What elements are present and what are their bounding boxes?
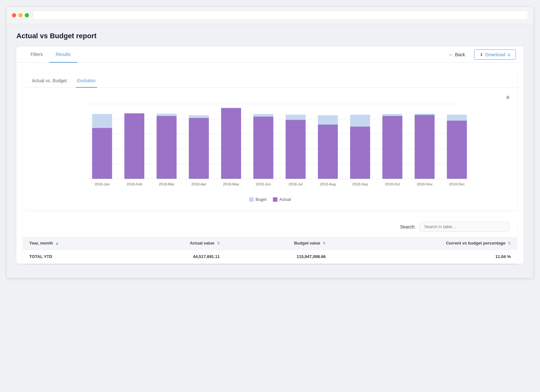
back-button[interactable]: ← Back [444,50,470,59]
svg-text:2018-Jul: 2018-Jul [289,182,303,186]
svg-text:2018-Nov: 2018-Nov [417,182,433,186]
sort-neutral-icon-budget[interactable]: ⇅ [323,241,326,245]
svg-text:2018-Jun: 2018-Jun [256,182,271,186]
sort-asc-icon[interactable]: ▲ [55,241,59,245]
svg-text:2018-Apr: 2018-Apr [191,182,206,186]
bar-jan-actual [92,128,112,179]
close-button[interactable] [12,13,16,17]
svg-text:2018-May: 2018-May [223,182,239,186]
sort-neutral-icon-pct[interactable]: ⇅ [508,241,511,245]
legend-budget-label: Buget [256,197,266,202]
tab-actual-vs-budget[interactable]: Actual vs. Budget [31,74,68,88]
col-actual-value: Actual value ⇅ [124,237,226,250]
table-search-row: Search: [23,217,517,237]
cell-percentage: 11.04 % [332,250,517,264]
col-budget-value: Budget value ⇅ [226,237,332,250]
legend-budget: Buget [249,197,266,202]
chart-legend: Buget Actual [29,194,511,207]
back-arrow-icon: ← [449,52,453,57]
table-card: Search: Year, month ▲ Actual value ⇅ [23,217,517,264]
legend-actual-label: Actual [279,197,291,202]
download-button[interactable]: ⬇ Download ∨ [474,49,516,60]
table-header-row: Year, month ▲ Actual value ⇅ Budget valu… [23,237,517,250]
chart-card: Actual vs. Budget Evolution ≡ [23,69,517,210]
legend-budget-color [249,197,254,202]
main-card: Filters Results ← Back ⬇ Download ∨ [16,47,524,264]
bar-aug-actual [318,125,338,179]
svg-text:2018-Oct: 2018-Oct [385,182,400,186]
svg-text:2018-Aug: 2018-Aug [320,182,336,186]
chart-tabs: Actual vs. Budget Evolution [23,74,517,88]
tabs-actions: ← Back ⬇ Download ∨ [444,49,516,60]
bar-apr-actual [189,118,209,179]
bar-dec-actual [447,120,467,179]
tab-evolution[interactable]: Evolution [76,74,97,88]
tab-filters[interactable]: Filters [24,47,49,63]
minimize-button[interactable] [18,13,22,17]
chart-svg: 2018-Jan 2018-Feb 2018-Mar [29,97,511,194]
download-icon: ⬇ [480,52,483,57]
bar-nov-actual [415,115,435,179]
tab-results[interactable]: Results [49,47,77,63]
bar-jul-actual [286,120,306,179]
data-table: Year, month ▲ Actual value ⇅ Budget valu… [23,237,517,264]
bar-sep-actual [350,127,370,179]
search-label: Search: [400,224,416,229]
browser-titlebar [7,7,533,24]
address-bar[interactable] [33,11,528,20]
traffic-lights [12,13,29,17]
table-row: TOTAL YTD 44,517,691.11 115,947,098.66 1… [23,250,517,264]
svg-text:2018-Mar: 2018-Mar [159,182,175,186]
chevron-down-icon: ∨ [507,52,510,57]
legend-actual-color [273,197,277,202]
col-percentage: Current vs budget percentage ⇅ [332,237,517,250]
chart-container: ≡ [23,88,517,210]
search-input[interactable] [419,222,509,232]
browser-window: Actual vs Budget report Filters Results … [6,6,534,278]
col-year-month: Year, month ▲ [23,237,124,250]
page-content: Actual vs Budget report Filters Results … [7,24,533,278]
bar-jun-actual [253,117,273,179]
sort-neutral-icon-actual[interactable]: ⇅ [217,241,220,245]
cell-budget-value: 115,947,098.66 [226,250,332,264]
cell-year-month: TOTAL YTD [23,250,124,264]
top-tabs-header: Filters Results ← Back ⬇ Download ∨ [16,47,524,63]
maximize-button[interactable] [25,13,29,17]
legend-actual: Actual [273,197,291,202]
svg-text:2018-Dec: 2018-Dec [449,182,465,186]
page-title: Actual vs Budget report [16,32,524,40]
cell-actual-value: 44,517,691.11 [124,250,226,264]
bar-mar-actual [157,116,176,179]
svg-text:2018-Feb: 2018-Feb [127,182,142,186]
svg-text:2018-Jan: 2018-Jan [94,182,110,186]
bar-feb-actual [124,113,144,179]
top-tabs-nav: Filters Results [24,47,77,62]
bar-chart: 2018-Jan 2018-Feb 2018-Mar [29,97,511,194]
svg-text:2018-Sep: 2018-Sep [352,182,368,186]
bar-oct-actual [382,116,402,179]
bar-may-actual [221,108,241,179]
